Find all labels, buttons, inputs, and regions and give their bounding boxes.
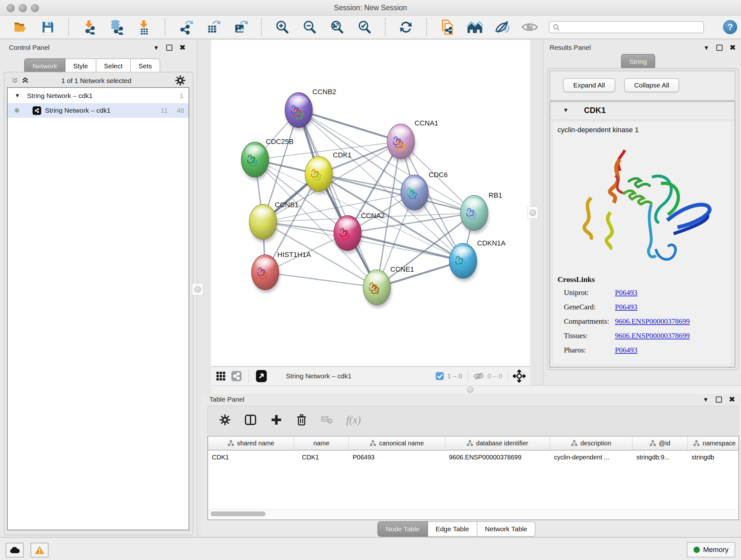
- tab-string[interactable]: String: [621, 54, 655, 69]
- selected-checkbox[interactable]: [435, 372, 444, 381]
- cell-name[interactable]: CDK1: [294, 450, 349, 464]
- tab-select[interactable]: Select: [96, 58, 131, 74]
- node-label[interactable]: CDK1: [333, 151, 352, 159]
- tab-network-table[interactable]: Network Table: [477, 521, 536, 537]
- string-home-icon[interactable]: [467, 19, 483, 36]
- splitter-handle[interactable]: [192, 283, 203, 295]
- delete-table-icon[interactable]: [321, 415, 333, 425]
- close-panel-icon[interactable]: ✖: [729, 395, 735, 403]
- share-network-icon[interactable]: [231, 371, 242, 381]
- splitter-handle[interactable]: [467, 386, 474, 393]
- column-type-icon: [650, 440, 656, 446]
- float-panel-icon[interactable]: ▼: [703, 396, 709, 402]
- export-table-icon[interactable]: [205, 19, 221, 36]
- cell-namespace[interactable]: stringdb: [688, 450, 739, 464]
- node-label[interactable]: CCNB1: [275, 201, 299, 209]
- network-canvas[interactable]: CCNB2CCNA1CDC25BCDK1CDC6RB1CCNB1CCNA2CDK…: [211, 40, 530, 366]
- close-panel-icon[interactable]: ✖: [730, 44, 736, 51]
- search-icon: [553, 23, 560, 31]
- float-panel-icon[interactable]: ▼: [153, 45, 159, 51]
- node-label[interactable]: CDKN1A: [477, 239, 506, 247]
- section-collapse-icon[interactable]: ▼: [563, 107, 569, 114]
- node-label[interactable]: CDC25B: [266, 138, 293, 145]
- open-file-icon[interactable]: [12, 19, 29, 36]
- function-builder-icon[interactable]: f(x): [346, 414, 361, 426]
- cell-shared-name[interactable]: CDK1: [208, 450, 294, 464]
- column-header[interactable]: canonical name: [349, 436, 445, 450]
- grid-view-icon[interactable]: [216, 371, 226, 381]
- cell-database-identifier[interactable]: 9606.ENSP00000378699: [445, 450, 550, 464]
- maximize-panel-icon[interactable]: [717, 45, 723, 51]
- export-network-icon[interactable]: [178, 19, 194, 36]
- export-image-icon[interactable]: [232, 19, 249, 36]
- help-icon[interactable]: ?: [723, 20, 737, 34]
- node-label[interactable]: CCNA1: [414, 119, 439, 127]
- control-panel-tabs: Network Style Select Sets: [24, 58, 160, 74]
- cloud-icon[interactable]: [6, 543, 23, 557]
- maximize-panel-icon[interactable]: [716, 396, 722, 402]
- import-network-database-icon[interactable]: [109, 19, 125, 36]
- tab-network[interactable]: Network: [24, 58, 65, 74]
- collapse-all-button[interactable]: Collapse All: [624, 78, 679, 92]
- warning-icon[interactable]: [30, 543, 49, 557]
- node-label[interactable]: CDC6: [428, 171, 448, 179]
- protein-section-header[interactable]: ▼ CDK1: [550, 102, 735, 120]
- column-header[interactable]: namespace: [688, 436, 739, 450]
- scrollbar-thumb[interactable]: [211, 511, 266, 516]
- crosslink-value[interactable]: P06493: [615, 289, 637, 303]
- close-panel-icon[interactable]: ✖: [179, 44, 186, 51]
- node-label[interactable]: CCNB2: [313, 88, 336, 96]
- tab-sets[interactable]: Sets: [131, 58, 160, 74]
- expand-all-button[interactable]: Expand All: [563, 78, 615, 92]
- tab-node-table[interactable]: Node Table: [378, 521, 428, 537]
- import-string-network-icon[interactable]: [439, 19, 456, 36]
- column-header[interactable]: name: [294, 436, 349, 450]
- maximize-panel-icon[interactable]: [166, 45, 172, 51]
- gear-icon[interactable]: [219, 414, 231, 426]
- zoom-fit-icon[interactable]: [329, 19, 345, 36]
- column-header[interactable]: shared name: [208, 436, 294, 450]
- tree-expander-icon[interactable]: ▼: [15, 92, 20, 99]
- cell-id[interactable]: stringdb:9...: [632, 450, 688, 464]
- string-hide-glass-icon[interactable]: [494, 19, 511, 36]
- crosslink-value[interactable]: P06493: [615, 346, 637, 361]
- float-panel-icon[interactable]: ▼: [703, 45, 710, 51]
- delete-column-icon[interactable]: [296, 414, 307, 426]
- apply-layout-icon[interactable]: [398, 19, 414, 36]
- zoom-out-icon[interactable]: [301, 19, 318, 36]
- cell-canonical-name[interactable]: P06493: [349, 450, 445, 464]
- network-collection-row[interactable]: ▼ String Network – cdk1 1: [8, 88, 189, 103]
- node-label[interactable]: CCNE1: [390, 265, 414, 273]
- import-table-file-icon[interactable]: [136, 19, 152, 36]
- network-row-selected[interactable]: String Network – cdk1 11 48: [8, 103, 189, 118]
- crosslink-value[interactable]: P06493: [615, 303, 637, 317]
- splitter-handle[interactable]: [527, 206, 538, 219]
- table-row[interactable]: CDK1 CDK1 P06493 9606.ENSP00000378699 cy…: [208, 450, 738, 464]
- search-input[interactable]: [549, 21, 704, 33]
- horizontal-splitter[interactable]: [211, 385, 741, 394]
- birdseye-toggle-icon[interactable]: [256, 370, 267, 382]
- columns-icon[interactable]: [244, 414, 257, 426]
- table-horizontal-scrollbar[interactable]: [208, 509, 737, 518]
- network-options-gear-icon[interactable]: [175, 75, 186, 86]
- import-network-file-icon[interactable]: [81, 19, 98, 36]
- node-label[interactable]: RB1: [488, 191, 502, 199]
- column-header[interactable]: database identifier: [445, 436, 550, 450]
- crosslink-value[interactable]: 9606.ENSP00000378699: [615, 332, 690, 346]
- column-header[interactable]: description: [550, 436, 632, 450]
- memory-button[interactable]: Memory: [687, 542, 735, 557]
- tab-style[interactable]: Style: [65, 58, 96, 74]
- save-session-icon[interactable]: [40, 19, 56, 36]
- add-column-icon[interactable]: [270, 414, 282, 426]
- crosslink-value[interactable]: 9606.ENSP00000378699: [615, 317, 690, 332]
- column-header[interactable]: @id: [632, 436, 688, 450]
- zoom-in-icon[interactable]: [274, 19, 290, 36]
- pan-crosshair-icon[interactable]: [513, 370, 526, 382]
- hidden-eye-icon[interactable]: [473, 372, 484, 381]
- cell-description[interactable]: cyclin-dependent ...: [550, 450, 632, 464]
- preview-eye-icon[interactable]: [522, 19, 538, 36]
- node-label[interactable]: HIST1H1A: [277, 251, 311, 259]
- zoom-selected-icon[interactable]: [356, 19, 373, 36]
- node-label[interactable]: CCNA2: [361, 212, 385, 220]
- tab-edge-table[interactable]: Edge Table: [428, 521, 477, 537]
